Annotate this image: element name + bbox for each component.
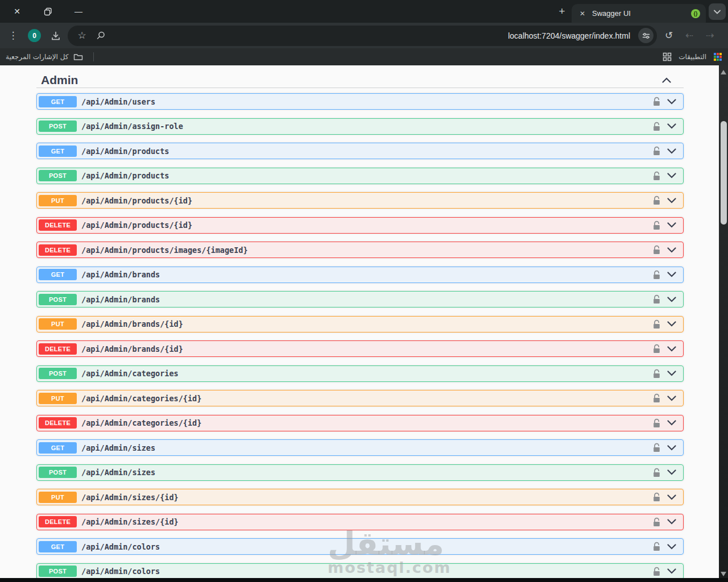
unlocked-padlock-icon[interactable] bbox=[652, 468, 661, 477]
chevron-down-icon[interactable] bbox=[667, 371, 676, 376]
endpoint-row[interactable]: POST /api/Admin/brands bbox=[36, 291, 684, 307]
browser-tab[interactable]: ✕ Swagger UI {} bbox=[572, 4, 706, 23]
endpoint-row[interactable]: PUT /api/Admin/sizes/{id} bbox=[36, 489, 684, 505]
all-bookmarks-button[interactable]: كل الإشارات المرجعية bbox=[6, 52, 94, 61]
close-window-icon[interactable]: ✕ bbox=[8, 3, 26, 19]
endpoint-path: /api/Admin/assign-role bbox=[81, 122, 183, 131]
endpoint-row[interactable]: POST /api/Admin/categories bbox=[36, 365, 684, 382]
endpoint-row[interactable]: DELETE /api/Admin/products/{id} bbox=[36, 217, 684, 234]
endpoint-path: /api/Admin/sizes/{id} bbox=[81, 517, 179, 526]
chevron-down-icon[interactable] bbox=[667, 297, 676, 302]
method-badge: PUT bbox=[39, 195, 77, 206]
unlocked-padlock-icon[interactable] bbox=[652, 146, 661, 156]
download-count-badge[interactable]: 0 bbox=[28, 29, 41, 42]
chevron-down-icon[interactable] bbox=[667, 396, 676, 401]
endpoint-row[interactable]: DELETE /api/Admin/sizes/{id} bbox=[36, 514, 684, 530]
unlocked-padlock-icon[interactable] bbox=[652, 344, 661, 354]
unlocked-padlock-icon[interactable] bbox=[652, 171, 661, 181]
endpoint-row[interactable]: GET /api/Admin/users bbox=[36, 93, 684, 110]
endpoint-row[interactable]: GET /api/Admin/colors bbox=[36, 538, 684, 555]
chevron-down-icon[interactable] bbox=[667, 198, 676, 203]
chevron-down-icon[interactable] bbox=[667, 544, 676, 550]
scroll-up-icon[interactable] bbox=[721, 70, 726, 74]
method-badge: GET bbox=[39, 269, 77, 280]
unlocked-padlock-icon[interactable] bbox=[652, 245, 661, 255]
method-badge: GET bbox=[39, 541, 77, 552]
tab-favicon-icon: {} bbox=[691, 9, 700, 18]
unlocked-padlock-icon[interactable] bbox=[652, 196, 661, 205]
endpoint-row[interactable]: POST /api/Admin/products bbox=[36, 168, 684, 184]
endpoint-row[interactable]: POST /api/Admin/assign-role bbox=[36, 118, 684, 135]
unlocked-padlock-icon[interactable] bbox=[652, 122, 661, 131]
unlocked-padlock-icon[interactable] bbox=[652, 393, 661, 403]
unlocked-padlock-icon[interactable] bbox=[652, 270, 661, 280]
bookmark-star-icon[interactable]: ☆ bbox=[76, 27, 88, 44]
grid-icon[interactable] bbox=[663, 52, 672, 61]
endpoint-row[interactable]: PUT /api/Admin/brands/{id} bbox=[36, 316, 684, 332]
apps-label[interactable]: التطبيقات bbox=[679, 53, 706, 61]
method-badge: POST bbox=[39, 170, 77, 181]
unlocked-padlock-icon[interactable] bbox=[652, 294, 661, 304]
method-badge: PUT bbox=[39, 318, 77, 330]
menu-kebab-icon[interactable]: ⋮ bbox=[5, 27, 22, 44]
unlocked-padlock-icon[interactable] bbox=[652, 97, 661, 106]
unlocked-padlock-icon[interactable] bbox=[652, 542, 661, 551]
chevron-down-icon[interactable] bbox=[667, 494, 676, 500]
chevron-down-icon[interactable] bbox=[667, 321, 676, 327]
site-settings-tune-icon[interactable] bbox=[638, 28, 653, 43]
chevron-down-icon[interactable] bbox=[667, 247, 676, 253]
downloads-icon[interactable] bbox=[47, 27, 64, 44]
chevron-down-icon[interactable] bbox=[667, 519, 676, 525]
url-text[interactable]: localhost:7204/swagger/index.html bbox=[114, 31, 630, 40]
endpoint-path: /api/Admin/colors bbox=[81, 542, 160, 551]
address-bar[interactable]: ☆ localhost:7204/swagger/index.html bbox=[68, 26, 657, 46]
tag-section-header[interactable]: Admin bbox=[36, 65, 684, 88]
tab-search-chevron-icon[interactable] bbox=[709, 3, 726, 20]
chevron-down-icon[interactable] bbox=[667, 346, 676, 352]
chevron-down-icon[interactable] bbox=[667, 173, 676, 178]
chevron-down-icon[interactable] bbox=[667, 420, 676, 426]
back-icon[interactable]: ⇠ bbox=[681, 27, 698, 44]
endpoint-row[interactable]: GET /api/Admin/products bbox=[36, 143, 684, 159]
chevron-down-icon[interactable] bbox=[667, 445, 676, 451]
browser-titlebar: ✕ — + ✕ Swagger UI {} bbox=[0, 0, 728, 23]
endpoint-row[interactable]: POST /api/Admin/colors bbox=[36, 563, 684, 580]
chevron-down-icon[interactable] bbox=[667, 123, 676, 129]
unlocked-padlock-icon[interactable] bbox=[652, 567, 661, 576]
endpoint-row[interactable]: PUT /api/Admin/products/{id} bbox=[36, 192, 684, 209]
chevron-down-icon[interactable] bbox=[667, 222, 676, 228]
chevron-down-icon[interactable] bbox=[667, 148, 676, 154]
chevron-down-icon[interactable] bbox=[667, 272, 676, 277]
scrollbar[interactable] bbox=[719, 65, 728, 582]
chevron-down-icon[interactable] bbox=[667, 99, 676, 105]
unlocked-padlock-icon[interactable] bbox=[652, 517, 661, 527]
chevron-down-icon[interactable] bbox=[667, 568, 676, 574]
scrollbar-thumb[interactable] bbox=[721, 121, 727, 225]
apps-colored-grid-icon[interactable] bbox=[713, 52, 722, 61]
endpoint-row[interactable]: GET /api/Admin/sizes bbox=[36, 439, 684, 456]
minimize-window-icon[interactable]: — bbox=[69, 3, 88, 19]
new-tab-button[interactable]: + bbox=[555, 3, 569, 19]
unlocked-padlock-icon[interactable] bbox=[652, 492, 661, 502]
chevron-up-icon[interactable] bbox=[662, 77, 671, 83]
restore-window-icon[interactable] bbox=[39, 3, 57, 19]
endpoint-row[interactable]: POST /api/Admin/sizes bbox=[36, 464, 684, 481]
unlocked-padlock-icon[interactable] bbox=[652, 369, 661, 379]
endpoint-row[interactable]: DELETE /api/Admin/brands/{id} bbox=[36, 340, 684, 357]
forward-icon[interactable]: ⇢ bbox=[701, 27, 718, 44]
endpoint-row[interactable]: DELETE /api/Admin/products/images/{image… bbox=[36, 242, 684, 258]
reload-icon[interactable]: ↺ bbox=[660, 27, 677, 44]
unlocked-padlock-icon[interactable] bbox=[652, 418, 661, 428]
unlocked-padlock-icon[interactable] bbox=[652, 221, 661, 230]
endpoint-row[interactable]: DELETE /api/Admin/categories/{id} bbox=[36, 415, 684, 431]
tab-close-icon[interactable]: ✕ bbox=[577, 9, 588, 19]
section-title[interactable]: Admin bbox=[41, 73, 78, 87]
chevron-down-icon[interactable] bbox=[667, 469, 676, 475]
unlocked-padlock-icon[interactable] bbox=[652, 443, 661, 452]
endpoint-row[interactable]: PUT /api/Admin/categories/{id} bbox=[36, 390, 684, 406]
endpoint-row[interactable]: GET /api/Admin/brands bbox=[36, 267, 684, 283]
scroll-down-icon[interactable] bbox=[721, 572, 726, 576]
endpoint-path: /api/Admin/products/{id} bbox=[81, 221, 192, 230]
unlocked-padlock-icon[interactable] bbox=[652, 319, 661, 329]
search-icon[interactable] bbox=[96, 31, 106, 40]
